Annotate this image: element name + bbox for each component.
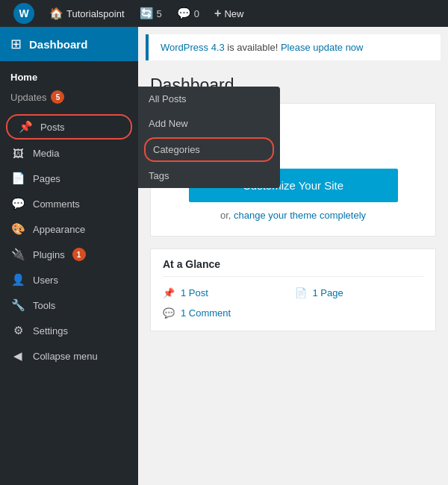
update-now-link[interactable]: Please update now xyxy=(281,42,364,53)
collapse-nav-item[interactable]: ◀ Collapse menu xyxy=(0,343,138,369)
pages-nav-item[interactable]: 📄 Pages xyxy=(0,166,138,191)
glance-posts-item: 📌 1 Post xyxy=(163,284,292,301)
glance-pages-item: 📄 1 Page xyxy=(295,284,424,301)
plus-icon: + xyxy=(214,7,221,20)
flyout-tags[interactable]: Tags xyxy=(138,163,280,188)
posts-icon: 📌 xyxy=(18,120,33,134)
glance-page-icon: 📄 xyxy=(295,287,307,298)
new-label: New xyxy=(224,8,243,19)
categories-label: Categories xyxy=(153,144,200,155)
updates-icon: 🔄 xyxy=(140,7,154,20)
admin-bar: W 🏠 Tutorialspoint 🔄 5 💬 0 + New xyxy=(0,0,448,27)
updates-button[interactable]: 🔄 5 xyxy=(134,0,168,27)
wp-logo-text: W xyxy=(19,7,28,19)
add-new-label: Add New xyxy=(149,118,188,129)
settings-icon: ⚙ xyxy=(10,324,25,337)
at-a-glance-panel: At a Glance 📌 1 Post 📄 1 Page 💬 1 Commen… xyxy=(150,248,436,331)
posts-nav-item[interactable]: 📌 Posts xyxy=(6,114,132,140)
dashboard-label: Dashboard xyxy=(29,38,87,51)
settings-label: Settings xyxy=(33,325,68,337)
glance-post-icon: 📌 xyxy=(163,287,175,298)
media-nav-item[interactable]: 🖼 Media xyxy=(0,141,138,166)
media-icon: 🖼 xyxy=(10,147,25,160)
home-icon: 🏠 xyxy=(49,7,63,20)
all-posts-label: All Posts xyxy=(149,93,187,104)
comments-icon: 💬 xyxy=(177,7,191,20)
glance-title: At a Glance xyxy=(163,258,423,277)
site-title: Tutorialspoint xyxy=(66,8,125,19)
flyout-categories[interactable]: Categories xyxy=(144,137,274,162)
updates-nav-item[interactable]: Updates 5 xyxy=(0,87,138,107)
posts-label: Posts xyxy=(40,122,65,133)
main-layout: ⊞ Dashboard Home Updates 5 📌 Posts 🖼 Med… xyxy=(0,27,448,485)
site-name-button[interactable]: 🏠 Tutorialspoint xyxy=(43,0,131,27)
main-content: All Posts Add New Categories Tags WordPr… xyxy=(138,27,448,485)
glance-pages-link[interactable]: 1 Page xyxy=(313,287,343,298)
glance-grid: 📌 1 Post 📄 1 Page 💬 1 Comment xyxy=(163,284,423,322)
comments-nav-label: Comments xyxy=(33,198,80,210)
plugins-icon: 🔌 xyxy=(10,248,25,261)
collapse-label: Collapse menu xyxy=(33,351,98,362)
tags-label: Tags xyxy=(149,170,169,181)
glance-comments-link[interactable]: 1 Comment xyxy=(181,307,231,319)
updates-nav-label: Updates xyxy=(10,92,46,103)
pages-icon: 📄 xyxy=(10,172,25,185)
comments-nav-item[interactable]: 💬 Comments xyxy=(0,191,138,216)
glance-comments-item: 💬 1 Comment xyxy=(163,304,292,322)
collapse-icon: ◀ xyxy=(10,349,25,363)
or-text-container: or, change your theme completely xyxy=(163,210,423,221)
updates-count: 5 xyxy=(157,8,162,19)
pages-label: Pages xyxy=(33,173,60,184)
users-icon: 👤 xyxy=(10,273,25,287)
media-label: Media xyxy=(33,148,59,159)
or-label: or, xyxy=(220,210,234,221)
comments-nav-icon: 💬 xyxy=(10,197,25,210)
plugins-label: Plugins xyxy=(33,249,65,260)
new-button[interactable]: + New xyxy=(208,0,249,27)
appearance-icon: 🎨 xyxy=(10,222,25,236)
sidebar: ⊞ Dashboard Home Updates 5 📌 Posts 🖼 Med… xyxy=(0,27,138,485)
wp-logo-button[interactable]: W xyxy=(7,0,40,27)
posts-flyout-menu: All Posts Add New Categories Tags xyxy=(138,87,280,188)
change-theme-link[interactable]: change your theme completely xyxy=(234,210,366,221)
update-notice-text: is available! xyxy=(225,42,281,53)
dashboard-nav-item[interactable]: ⊞ Dashboard xyxy=(0,27,138,61)
users-label: Users xyxy=(33,275,58,286)
appearance-nav-item[interactable]: 🎨 Appearance xyxy=(0,216,138,242)
dashboard-icon: ⊞ xyxy=(10,36,22,52)
flyout-all-posts[interactable]: All Posts xyxy=(138,87,280,111)
wp-logo-icon: W xyxy=(13,3,34,24)
plugins-nav-item[interactable]: 🔌 Plugins 1 xyxy=(0,242,138,267)
updates-badge: 5 xyxy=(51,90,64,104)
update-notice: WordPress 4.3 is available! Please updat… xyxy=(146,34,441,60)
comments-count: 0 xyxy=(194,8,199,19)
tools-icon: 🔧 xyxy=(10,298,25,312)
glance-comment-icon: 💬 xyxy=(163,307,175,319)
glance-posts-link[interactable]: 1 Post xyxy=(181,287,208,298)
tools-nav-item[interactable]: 🔧 Tools xyxy=(0,292,138,318)
settings-nav-item[interactable]: ⚙ Settings xyxy=(0,318,138,343)
home-section: Home Updates 5 xyxy=(0,61,138,113)
plugins-badge: 1 xyxy=(72,248,86,261)
tools-label: Tools xyxy=(33,300,55,311)
appearance-label: Appearance xyxy=(33,224,85,235)
users-nav-item[interactable]: 👤 Users xyxy=(0,267,138,292)
wordpress-version-link[interactable]: WordPress 4.3 xyxy=(161,42,225,53)
flyout-add-new[interactable]: Add New xyxy=(138,111,280,136)
comments-button[interactable]: 💬 0 xyxy=(171,0,205,27)
home-label[interactable]: Home xyxy=(0,67,138,87)
